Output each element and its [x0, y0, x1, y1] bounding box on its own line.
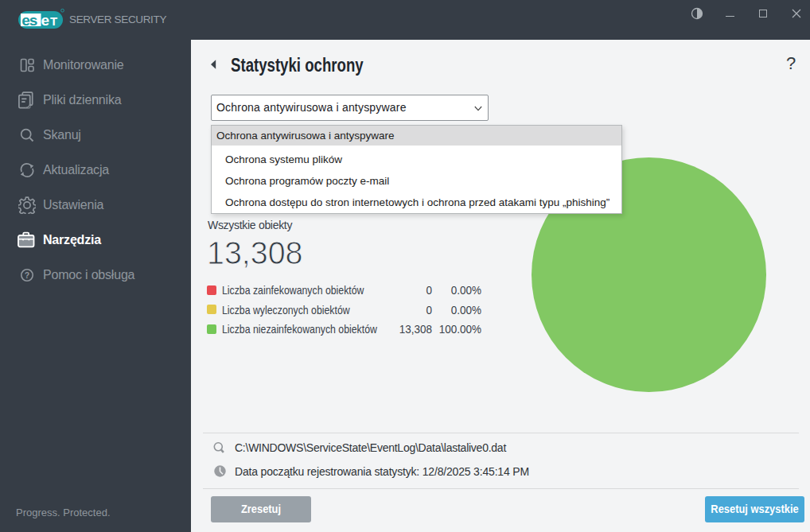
- svg-text:es: es: [21, 12, 37, 29]
- svg-text:e: e: [41, 12, 50, 29]
- svg-text:T: T: [50, 14, 57, 28]
- svg-text:?: ?: [25, 270, 29, 280]
